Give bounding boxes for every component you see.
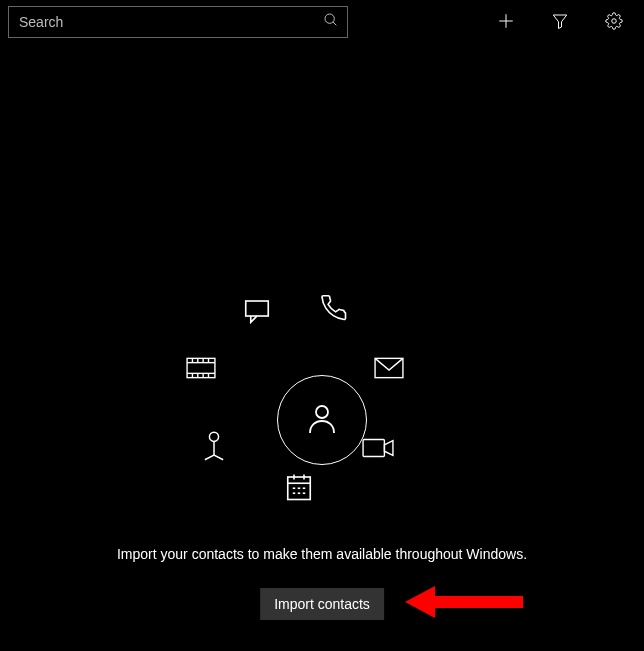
person-icon xyxy=(304,398,340,442)
video-icon xyxy=(362,436,394,464)
map-pin-icon xyxy=(200,430,228,466)
import-contacts-button[interactable]: Import contacts xyxy=(260,588,384,620)
annotation-arrow xyxy=(405,582,525,626)
plus-icon xyxy=(497,12,515,33)
search-input[interactable] xyxy=(9,7,347,37)
svg-point-6 xyxy=(316,406,328,418)
filter-button[interactable] xyxy=(538,2,582,42)
svg-rect-7 xyxy=(246,301,269,316)
svg-marker-34 xyxy=(405,586,523,618)
phone-icon xyxy=(318,292,348,326)
svg-point-5 xyxy=(612,18,617,23)
calendar-icon xyxy=(284,472,314,506)
empty-state-illustration xyxy=(202,300,442,540)
svg-point-20 xyxy=(209,432,218,441)
svg-point-0 xyxy=(325,14,334,23)
chat-icon xyxy=(242,296,272,330)
topbar xyxy=(0,0,644,44)
svg-marker-23 xyxy=(384,441,393,456)
filter-icon xyxy=(551,12,569,33)
svg-marker-4 xyxy=(553,15,567,29)
search-box[interactable] xyxy=(8,6,348,38)
person-circle xyxy=(277,375,367,465)
svg-rect-8 xyxy=(187,358,215,377)
gear-icon xyxy=(605,12,623,33)
svg-rect-22 xyxy=(363,439,384,456)
settings-button[interactable] xyxy=(592,2,636,42)
add-button[interactable] xyxy=(484,2,528,42)
empty-state-message: Import your contacts to make them availa… xyxy=(0,546,644,562)
mail-icon xyxy=(374,356,404,384)
film-icon xyxy=(186,356,216,384)
svg-line-1 xyxy=(333,22,336,25)
search-icon[interactable] xyxy=(323,12,339,32)
